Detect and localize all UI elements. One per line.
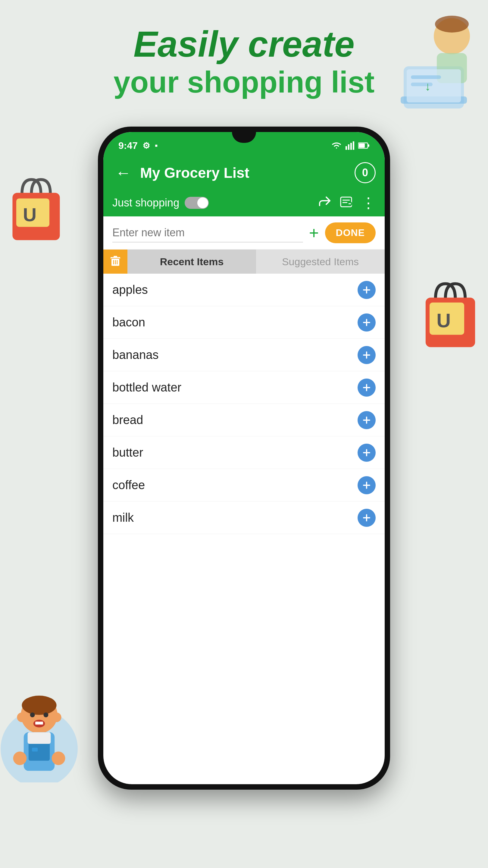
app-title: My Grocery List bbox=[140, 164, 349, 181]
done-button[interactable]: DONE bbox=[325, 222, 376, 243]
svg-text:U: U bbox=[23, 204, 36, 225]
svg-rect-64 bbox=[29, 744, 50, 761]
counter-badge: 0 bbox=[355, 162, 376, 183]
svg-rect-10 bbox=[16, 198, 50, 227]
add-item-button[interactable] bbox=[358, 313, 376, 332]
svg-rect-14 bbox=[350, 143, 352, 150]
list-item: bottled water bbox=[103, 371, 385, 404]
svg-rect-63 bbox=[43, 733, 50, 747]
just-shopping-label: Just shopping bbox=[112, 196, 179, 209]
svg-rect-17 bbox=[368, 144, 369, 147]
list-item-name: bread bbox=[112, 413, 358, 427]
battery-icon bbox=[358, 142, 369, 149]
tabs-bar: Recent Items Suggested Items bbox=[103, 250, 385, 274]
sub-bar: Just shopping bbox=[103, 189, 385, 216]
svg-rect-66 bbox=[32, 748, 38, 752]
list-item-name: apples bbox=[112, 283, 358, 297]
add-item-button[interactable] bbox=[358, 281, 376, 299]
svg-text:U: U bbox=[436, 310, 451, 332]
list-item: butter bbox=[103, 436, 385, 469]
list-item: bread bbox=[103, 404, 385, 436]
svg-rect-47 bbox=[426, 298, 475, 347]
svg-rect-9 bbox=[12, 193, 60, 240]
add-item-icon[interactable]: + bbox=[309, 223, 319, 243]
list-minus-icon[interactable] bbox=[339, 195, 353, 211]
svg-rect-12 bbox=[346, 146, 347, 150]
svg-point-57 bbox=[33, 720, 45, 727]
add-item-button[interactable] bbox=[358, 378, 376, 397]
back-button[interactable]: ← bbox=[112, 161, 134, 185]
signal-icon bbox=[346, 141, 355, 150]
svg-rect-13 bbox=[348, 144, 350, 150]
svg-point-55 bbox=[30, 712, 35, 717]
list-minus-svg bbox=[339, 195, 353, 208]
svg-rect-60 bbox=[39, 721, 43, 724]
headline-main: Easily create bbox=[0, 24, 488, 64]
svg-point-56 bbox=[43, 712, 48, 717]
svg-point-50 bbox=[1, 710, 78, 782]
new-item-input[interactable] bbox=[112, 223, 303, 242]
list-item-name: bacon bbox=[112, 315, 358, 329]
sim-icon: ▪ bbox=[155, 141, 158, 150]
phone-container: 9:47 ⚙ ▪ bbox=[98, 127, 390, 789]
svg-rect-61 bbox=[24, 733, 55, 771]
tab-delete-button[interactable] bbox=[103, 250, 127, 274]
svg-rect-26 bbox=[113, 256, 117, 258]
add-item-button[interactable] bbox=[358, 476, 376, 494]
list-item: milk bbox=[103, 501, 385, 534]
trash-icon bbox=[110, 256, 121, 267]
headline-sub: your shopping list bbox=[0, 64, 488, 100]
svg-point-51 bbox=[21, 696, 58, 733]
list-item-name: butter bbox=[112, 446, 358, 459]
svg-point-54 bbox=[52, 712, 61, 722]
svg-point-53 bbox=[17, 712, 27, 722]
svg-rect-58 bbox=[35, 721, 43, 724]
tab-suggested-items[interactable]: Suggested Items bbox=[256, 250, 385, 274]
list-item-name: milk bbox=[112, 511, 358, 524]
svg-point-52 bbox=[22, 695, 56, 715]
app-bar: ← My Grocery List 0 bbox=[103, 156, 385, 189]
shopping-toggle[interactable] bbox=[185, 197, 209, 209]
list-item-name: coffee bbox=[112, 478, 358, 492]
share-icon[interactable] bbox=[318, 195, 331, 211]
svg-rect-15 bbox=[353, 141, 354, 150]
tab-recent-items[interactable]: Recent Items bbox=[127, 250, 256, 274]
list-item: coffee bbox=[103, 469, 385, 501]
svg-point-67 bbox=[13, 752, 27, 765]
add-item-button[interactable] bbox=[358, 346, 376, 364]
svg-rect-59 bbox=[35, 721, 39, 724]
svg-rect-62 bbox=[29, 733, 35, 747]
svg-rect-18 bbox=[359, 144, 365, 148]
list-item-name: bananas bbox=[112, 348, 358, 362]
add-item-button[interactable] bbox=[358, 411, 376, 429]
list-item-name: bottled water bbox=[112, 381, 358, 394]
list-item: apples bbox=[103, 274, 385, 306]
svg-rect-48 bbox=[429, 303, 464, 335]
share-svg bbox=[318, 195, 331, 208]
svg-point-68 bbox=[52, 752, 65, 765]
add-item-button[interactable] bbox=[358, 509, 376, 527]
wifi-icon bbox=[331, 141, 342, 150]
more-icon[interactable]: ⋮ bbox=[361, 194, 376, 211]
settings-icon: ⚙ bbox=[142, 141, 150, 151]
status-time: 9:47 bbox=[119, 140, 138, 151]
svg-rect-65 bbox=[28, 733, 51, 744]
list-item: bacon bbox=[103, 306, 385, 339]
list-item: bananas bbox=[103, 339, 385, 371]
items-list: apples bacon bananas bottled water bbox=[103, 274, 385, 534]
add-item-button[interactable] bbox=[358, 444, 376, 462]
input-area: + DONE bbox=[103, 216, 385, 250]
